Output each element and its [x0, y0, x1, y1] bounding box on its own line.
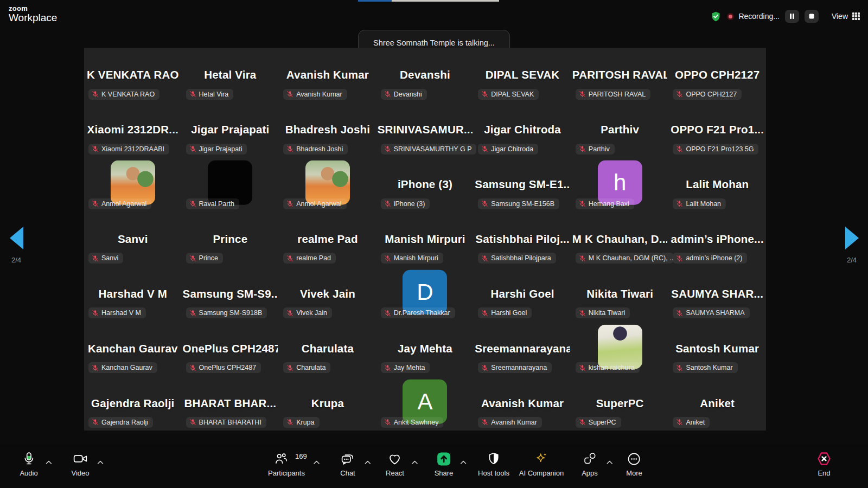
participants-button[interactable]: Participants 169 — [268, 450, 305, 477]
participant-tile[interactable]: Jay MehtaJay Mehta — [376, 321, 474, 376]
participant-tile[interactable]: ParthivParthiv — [571, 102, 669, 157]
participant-tile[interactable]: Harshi GoelHarshi Goel — [474, 266, 571, 321]
participant-label: Xiaomi 2312DRAABI — [88, 144, 169, 155]
video-options-chevron-icon[interactable] — [97, 457, 103, 466]
recording-dot-icon — [727, 13, 734, 20]
participant-tile[interactable]: OPPO F21 Pro1...OPPO F21 Pro123 5G — [668, 102, 766, 157]
participant-tile[interactable]: realme Padrealme Pad — [279, 212, 376, 267]
participant-name: admin’s iPhone... — [669, 233, 765, 246]
view-button[interactable]: View — [832, 12, 860, 21]
participant-tile[interactable]: Anmol Agarwal — [84, 157, 182, 212]
video-button[interactable]: Video — [71, 450, 89, 477]
participant-tile[interactable]: Lalit MohanLalit Mohan — [668, 157, 766, 212]
next-page-arrow-icon[interactable] — [845, 227, 859, 249]
participant-tile[interactable]: BHARAT BHAR...BHARAT BHARATHI — [182, 376, 279, 431]
participant-tile[interactable]: CharulataCharulata — [279, 321, 376, 376]
share-options-chevron-icon[interactable] — [461, 457, 467, 466]
participant-tile[interactable]: Jigar ChitrodaJigar Chitroda — [474, 102, 571, 157]
participant-tile[interactable]: SuperPCSuperPC — [571, 376, 669, 431]
participant-tile[interactable]: Avanish KumarAvanish Kumar — [279, 48, 376, 102]
participant-tile[interactable]: Raval Parth — [182, 157, 279, 212]
pause-recording-button[interactable] — [785, 10, 799, 23]
participant-tile[interactable]: PARITOSH RAVALPARITOSH RAVAL — [571, 48, 669, 102]
participant-tile[interactable]: Santosh KumarSantosh Kumar — [668, 321, 766, 376]
participant-label: Manish Mirpuri — [381, 253, 443, 264]
ai-companion-button[interactable]: AI Companion — [519, 450, 564, 477]
muted-mic-icon — [384, 91, 391, 98]
participant-name: Parthiv — [572, 123, 668, 136]
end-hexagon-icon — [816, 450, 832, 467]
participant-tile[interactable]: Nikita TiwariNikita Tiwari — [571, 266, 669, 321]
apps-options-chevron-icon[interactable] — [607, 457, 612, 466]
participant-tile[interactable]: K VENKATA RAOK VENKATA RAO — [84, 48, 182, 102]
participant-tile[interactable]: Satishbhai Piloj...Satishbhai Pilojpara — [474, 212, 571, 267]
muted-mic-icon — [286, 91, 293, 98]
participant-name: OPPO CPH2127 — [669, 68, 765, 81]
participant-tile[interactable]: kishan raichura — [571, 321, 669, 376]
participant-tile[interactable]: Avanish KumarAvanish Kumar — [474, 376, 571, 431]
participant-tile[interactable]: SAUMYA SHAR...SAUMYA SHARMA — [668, 266, 766, 321]
participant-tile[interactable]: Samsung SM-S9...Samsung SM-S918B — [182, 266, 279, 321]
stop-recording-button[interactable] — [805, 10, 819, 23]
heart-icon — [386, 450, 404, 467]
react-button[interactable]: React — [386, 450, 404, 477]
encryption-shield-icon[interactable] — [710, 11, 722, 22]
participant-tile[interactable]: Hetal ViraHetal Vira — [182, 48, 279, 102]
previous-page-arrow-icon[interactable] — [10, 227, 23, 249]
participant-name: Jigar Chitroda — [475, 123, 570, 136]
participant-label: OPPO CPH2127 — [673, 89, 742, 100]
muted-mic-icon — [189, 419, 196, 426]
participant-tile[interactable]: Jigar PrajapatiJigar Prajapati — [182, 102, 279, 157]
share-button[interactable]: Share — [435, 450, 454, 477]
participant-tile[interactable]: Vivek JainVivek Jain — [279, 266, 376, 321]
participant-tile[interactable]: Manish MirpuriManish Mirpuri — [376, 212, 474, 267]
participant-tile[interactable]: DIPAL SEVAKDIPAL SEVAK — [474, 48, 571, 102]
chat-options-chevron-icon[interactable] — [365, 457, 371, 466]
participant-name: SAUMYA SHAR... — [669, 287, 765, 300]
participant-tile[interactable]: DDr.Paresh Thakkar — [376, 266, 474, 321]
participant-tile[interactable]: AAnkit Sawhney — [376, 376, 474, 431]
audio-button[interactable]: Audio — [20, 450, 37, 477]
participants-options-chevron-icon[interactable] — [314, 457, 320, 466]
participant-tile[interactable]: M K Chauhan, D...M K Chauhan, DGM (RC), … — [571, 212, 669, 267]
react-options-chevron-icon[interactable] — [412, 457, 418, 466]
more-button[interactable]: More — [626, 450, 642, 477]
participant-name: Krupa — [280, 397, 375, 410]
participant-label: realme Pad — [283, 253, 336, 264]
participant-tile[interactable]: PrincePrince — [182, 212, 279, 267]
participant-label: PARITOSH RAVAL — [576, 89, 650, 100]
participant-tile[interactable]: AniketAniket — [668, 376, 766, 431]
muted-mic-icon — [286, 145, 293, 152]
muted-mic-icon — [92, 145, 99, 152]
participant-label: Harshad V M — [88, 307, 146, 318]
participant-tile[interactable]: SreemannarayanaSreemannarayana — [474, 321, 571, 376]
participant-tile[interactable]: Samsung SM-E1...Samsung SM-E156B — [474, 157, 571, 212]
audio-options-chevron-icon[interactable] — [46, 457, 52, 466]
participant-tile[interactable]: OPPO CPH2127OPPO CPH2127 — [668, 48, 766, 102]
muted-mic-icon — [92, 310, 99, 317]
participant-tile[interactable]: OnePlus CPH2487OnePlus CPH2487 — [182, 321, 279, 376]
participant-tile[interactable]: Harshad V MHarshad V M — [84, 266, 182, 321]
participants-count-badge: 169 — [295, 452, 307, 460]
participant-tile[interactable]: Anmol Agarwal — [279, 157, 376, 212]
host-tools-button[interactable]: Host tools — [478, 450, 509, 477]
participant-tile[interactable]: SRINIVASAMUR...SRINIVASAMURTHY G P — [376, 102, 474, 157]
participant-tile[interactable]: SanviSanvi — [84, 212, 182, 267]
participant-tile[interactable]: Bhadresh JoshiBhadresh Joshi — [279, 102, 376, 157]
muted-mic-icon — [384, 145, 391, 152]
participant-tile[interactable]: hHemang Baxi — [571, 157, 669, 212]
participant-tile[interactable]: DevanshiDevanshi — [376, 48, 474, 102]
next-page-control: 2/4 — [835, 227, 868, 264]
participant-tile[interactable]: Kanchan GauravKanchan Gaurav — [84, 321, 182, 376]
apps-button[interactable]: Apps — [582, 450, 598, 477]
participant-tile[interactable]: KrupaKrupa — [279, 376, 376, 431]
participant-tile[interactable]: admin’s iPhone...admin’s iPhone (2) — [668, 212, 766, 267]
participant-tile[interactable]: Gajendra RaoljiGajendra Raolji — [84, 376, 182, 431]
participant-tile[interactable]: Xiaomi 2312DR...Xiaomi 2312DRAABI — [84, 102, 182, 157]
participant-name: Xiaomi 2312DR... — [85, 123, 181, 136]
end-meeting-button[interactable]: End — [816, 450, 832, 477]
chat-button[interactable]: Chat — [340, 450, 355, 477]
participant-tile[interactable]: iPhone (3)iPhone (3) — [376, 157, 474, 212]
participant-name: Lalit Mohan — [669, 178, 765, 191]
muted-mic-icon — [676, 255, 683, 262]
